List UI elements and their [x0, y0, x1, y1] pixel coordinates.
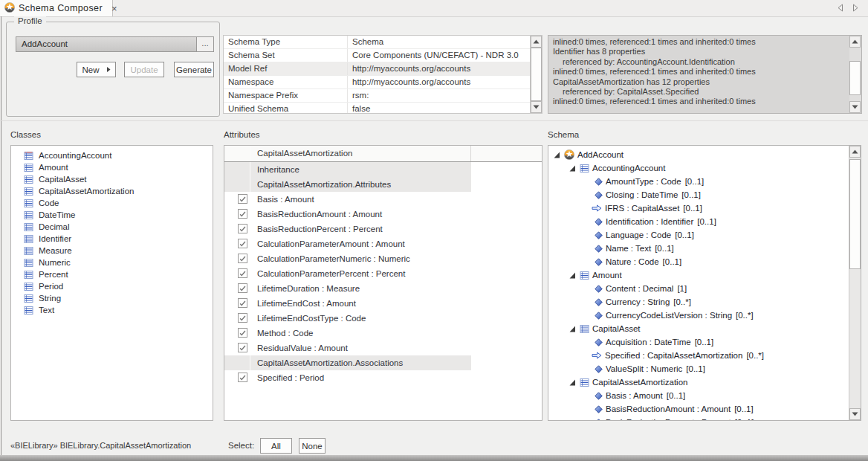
- schema-tree-row[interactable]: ValueSplit : Numeric[0..1]: [548, 362, 848, 375]
- schema-tree-row[interactable]: Currency : String[0..*]: [548, 295, 848, 309]
- property-row[interactable]: Namespace Prefixrsm:: [224, 89, 530, 103]
- class-list-item[interactable]: Identifier: [11, 233, 213, 245]
- attribute-checkbox[interactable]: [238, 283, 247, 293]
- tab-schema-composer[interactable]: Schema Composer ×: [0, 0, 113, 16]
- class-list-item[interactable]: String: [11, 292, 213, 304]
- expand-icon[interactable]: [569, 272, 576, 279]
- class-list-item[interactable]: CapitalAssetAmortization: [11, 185, 213, 197]
- attribute-group-row[interactable]: CapitalAssetAmortization.Associations: [224, 355, 542, 370]
- new-button[interactable]: New: [77, 62, 116, 77]
- attribute-row[interactable]: Method : Code: [224, 326, 542, 341]
- attribute-row[interactable]: Basis : Amount: [224, 192, 542, 207]
- property-row[interactable]: Unified Schemafalse: [224, 103, 530, 114]
- attribute-checkbox[interactable]: [238, 328, 247, 338]
- scroll-down-icon[interactable]: [849, 101, 861, 113]
- schema-tree-row[interactable]: CapitalAssetAmortization: [548, 375, 848, 389]
- scroll-down-icon[interactable]: [849, 408, 861, 420]
- class-list-item[interactable]: DateTime: [11, 209, 213, 221]
- attribute-row[interactable]: BasisReductionPercent : Percent: [224, 222, 542, 236]
- schema-tree-row[interactable]: Nature : Code[0..1]: [548, 255, 848, 268]
- browse-button[interactable]: ...: [196, 37, 213, 51]
- attribute-checkbox[interactable]: [238, 343, 247, 352]
- tree-node-cardinality: [0..*]: [746, 351, 764, 360]
- update-button[interactable]: Update: [124, 62, 164, 77]
- attribute-row[interactable]: CalculationParameterPercent : Percent: [224, 266, 542, 281]
- attribute-checkbox[interactable]: [238, 239, 247, 248]
- attribute-checkbox[interactable]: [238, 224, 247, 233]
- class-list-item[interactable]: AccountingAccount: [11, 149, 213, 161]
- attribute-checkbox[interactable]: [238, 254, 247, 263]
- attribute-row[interactable]: ResidualValue : Amount: [224, 341, 542, 355]
- schema-tree-row[interactable]: IFRS : CapitalAsset[0..1]: [548, 202, 848, 215]
- tab-scroll-right-icon[interactable]: [852, 3, 859, 14]
- schema-tree-row[interactable]: Identification : Identifier[0..1]: [548, 215, 848, 228]
- new-menu-arrow-icon: [106, 66, 111, 73]
- scrollbar-thumb[interactable]: [531, 48, 542, 101]
- schema-tree-row[interactable]: CurrencyCodeListVersion : String[0..*]: [548, 309, 848, 322]
- schema-tree-row[interactable]: Closing : DateTime[0..1]: [548, 188, 848, 202]
- attribute-row[interactable]: LifetimeEndCost : Amount: [224, 296, 542, 311]
- schema-tree-row[interactable]: Name : Text[0..1]: [548, 242, 848, 255]
- class-list-item[interactable]: Amount: [11, 161, 213, 173]
- schema-tree-row[interactable]: Language : Code[0..1]: [548, 228, 848, 242]
- schema-tree-row[interactable]: Acquisition : DateTime[0..1]: [548, 335, 848, 349]
- attribute-row[interactable]: CalculationParameterAmount : Amount: [224, 236, 542, 251]
- attribute-row[interactable]: BasisReductionAmount : Amount: [224, 207, 542, 222]
- attribute-group-row[interactable]: CapitalAssetAmortization.Attributes: [224, 177, 542, 192]
- scrollbar-thumb[interactable]: [849, 159, 861, 269]
- schema-tree-row[interactable]: CapitalAsset: [548, 322, 848, 335]
- schema-tree-row[interactable]: AmountType : Code[0..1]: [548, 175, 848, 188]
- schema-tree-row[interactable]: AccountingAccount: [548, 161, 848, 175]
- class-list-item[interactable]: Percent: [11, 268, 213, 280]
- attribute-row[interactable]: LifetimeDuration : Measure: [224, 281, 542, 296]
- attribute-group-row[interactable]: Inheritance: [224, 162, 542, 177]
- class-name: CapitalAsset: [39, 175, 87, 184]
- schema-tree-row[interactable]: BasisReductionAmount : Amount[0..1]: [548, 402, 848, 416]
- expand-icon[interactable]: [569, 165, 576, 172]
- expand-icon[interactable]: [554, 152, 560, 158]
- class-list-item[interactable]: Measure: [11, 245, 213, 257]
- attribute-row[interactable]: LifetimeEndCostType : Code: [224, 311, 542, 326]
- tab-scroll-left-icon[interactable]: [837, 3, 844, 14]
- schema-tree-row[interactable]: AddAccount: [548, 148, 848, 161]
- schema-tree-row[interactable]: BasisReductionPercent : Percent[0..1]: [548, 416, 848, 421]
- class-list-item[interactable]: CapitalAsset: [11, 173, 213, 185]
- attribute-row[interactable]: CalculationParameterNumeric : Numeric: [224, 251, 542, 266]
- tab-close-icon[interactable]: ×: [111, 4, 117, 13]
- attribute-checkbox[interactable]: [238, 209, 247, 219]
- expand-icon[interactable]: [569, 379, 576, 386]
- class-list-item[interactable]: Text: [11, 304, 213, 316]
- schema-scrollbar[interactable]: [849, 146, 861, 420]
- profile-name-value[interactable]: AddAccount: [16, 37, 196, 51]
- property-row[interactable]: Schema SetCore Components (UN/CEFACT) - …: [224, 49, 530, 62]
- schema-tree-row[interactable]: Amount: [548, 268, 848, 282]
- profile-name-field[interactable]: AddAccount ...: [16, 36, 214, 52]
- property-row[interactable]: Namespacehttp://myaccounts.org/accounts: [224, 76, 530, 89]
- schema-tree-row[interactable]: Content : Decimal[1]: [548, 282, 848, 295]
- class-list-item[interactable]: Code: [11, 197, 213, 209]
- class-list-item[interactable]: Numeric: [11, 257, 213, 268]
- attribute-checkbox[interactable]: [238, 298, 247, 308]
- generate-button[interactable]: Generate: [174, 62, 214, 77]
- attribute-row[interactable]: Specified : Period: [224, 370, 542, 385]
- scroll-up-icon[interactable]: [849, 36, 861, 48]
- attribute-checkbox[interactable]: [238, 373, 247, 382]
- select-none-button[interactable]: None: [299, 438, 326, 454]
- scroll-up-icon[interactable]: [531, 36, 542, 48]
- class-list-item[interactable]: Decimal: [11, 221, 213, 233]
- log-scrollbar[interactable]: [849, 36, 861, 113]
- attribute-checkbox[interactable]: [238, 313, 247, 323]
- attribute-checkbox[interactable]: [238, 268, 247, 278]
- attribute-checkbox[interactable]: [238, 194, 247, 204]
- property-row[interactable]: Schema TypeSchema: [224, 36, 530, 49]
- properties-scrollbar[interactable]: [530, 36, 542, 113]
- scrollbar-thumb[interactable]: [849, 61, 861, 95]
- scroll-down-icon[interactable]: [531, 101, 542, 113]
- scroll-up-icon[interactable]: [849, 146, 861, 158]
- expand-icon[interactable]: [569, 326, 576, 332]
- schema-tree-row[interactable]: Basis : Amount[0..1]: [548, 389, 848, 402]
- select-all-button[interactable]: All: [260, 438, 292, 454]
- class-list-item[interactable]: Period: [11, 280, 213, 292]
- schema-tree-row[interactable]: Specified : CapitalAssetAmortization[0..…: [548, 349, 848, 362]
- property-row[interactable]: Model Refhttp://myaccounts.org/accounts: [224, 62, 530, 76]
